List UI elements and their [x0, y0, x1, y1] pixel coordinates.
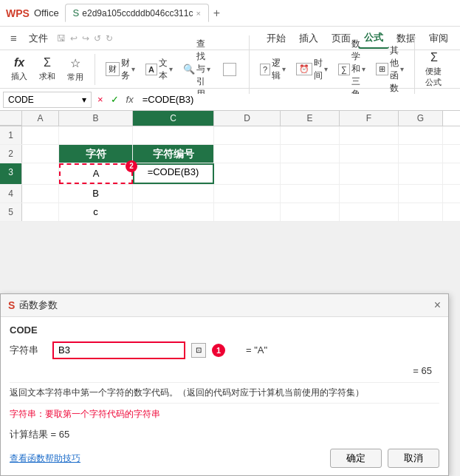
- col-header-c[interactable]: C: [133, 111, 214, 126]
- cell-d5[interactable]: [214, 203, 281, 221]
- dialog-param-input[interactable]: [52, 341, 185, 359]
- cell-f2[interactable]: [340, 145, 399, 163]
- text-icon: A: [145, 64, 157, 75]
- cell-e5[interactable]: [281, 203, 340, 221]
- tab-close-btn[interactable]: ×: [196, 9, 200, 18]
- cell-b1[interactable]: [59, 126, 133, 144]
- row-header-3[interactable]: 3: [0, 163, 22, 184]
- col-header-g[interactable]: G: [399, 111, 443, 126]
- dialog-calc-result: 计算结果 = 65: [10, 428, 439, 441]
- quick-formula-label: 便捷公式: [425, 66, 443, 88]
- row-header-4[interactable]: 4: [0, 185, 22, 203]
- col-header-b[interactable]: B: [59, 111, 133, 126]
- col-header-f[interactable]: F: [340, 111, 399, 126]
- finance-dropdown[interactable]: 财 财务 ▾: [101, 55, 140, 84]
- cell-c1[interactable]: [133, 126, 214, 144]
- cell-a2[interactable]: [22, 145, 59, 163]
- cell-e4[interactable]: [281, 185, 340, 203]
- dialog-cancel-btn[interactable]: 取消: [388, 449, 439, 468]
- more-fn-arrow: ▾: [400, 65, 404, 73]
- insert-fn-label: 插入: [11, 71, 27, 82]
- app-name: Office: [34, 7, 59, 18]
- cell-b5[interactable]: c: [59, 203, 133, 221]
- cell-c2[interactable]: 字符编号: [133, 145, 214, 163]
- formula-input[interactable]: [140, 94, 457, 105]
- menu-icon-redo[interactable]: ↪: [80, 33, 91, 44]
- row-header-1[interactable]: 1: [0, 126, 22, 144]
- name-box[interactable]: CODE ▾: [3, 92, 92, 108]
- menu-review[interactable]: 审阅: [423, 29, 454, 48]
- time-dropdown[interactable]: ⏰ 时间 ▾: [292, 55, 332, 84]
- dialog-help-link[interactable]: 查看函数帮助技巧: [10, 452, 80, 465]
- name-box-arrow: ▾: [82, 95, 86, 105]
- finance-arrow: ▾: [131, 65, 135, 73]
- box-btn[interactable]: [216, 61, 243, 78]
- cell-f3[interactable]: [340, 163, 399, 184]
- col-header-a[interactable]: A: [22, 111, 59, 126]
- cell-g4[interactable]: [399, 185, 443, 203]
- cell-e1[interactable]: [281, 126, 340, 144]
- col-headers: A B C D E F G: [0, 111, 460, 126]
- cell-d2[interactable]: [214, 145, 281, 163]
- col-header-d[interactable]: D: [214, 111, 281, 126]
- col-header-e[interactable]: E: [281, 111, 340, 126]
- active-tab[interactable]: S e2d9a105ccdddb046cc311c ×: [65, 4, 209, 22]
- dialog-buttons: 确定 取消: [330, 449, 439, 468]
- cell-f1[interactable]: [340, 126, 399, 144]
- cell-d4[interactable]: [214, 185, 281, 203]
- cell-c3[interactable]: =CODE(B3): [133, 163, 214, 184]
- time-label: 时间: [314, 57, 323, 82]
- dialog-confirm-btn[interactable]: 确定: [330, 449, 382, 468]
- cell-g2[interactable]: [399, 145, 443, 163]
- menu-icon-undo[interactable]: ↩: [69, 33, 79, 44]
- cell-c4[interactable]: [133, 185, 214, 203]
- logic-dropdown[interactable]: ? 逻辑 ▾: [255, 55, 290, 84]
- row-header-2[interactable]: 2: [0, 145, 22, 163]
- more-fn-dropdown[interactable]: ⊞ 其他函数 ▾: [371, 42, 408, 97]
- common-btn[interactable]: ☆ 常用: [62, 54, 89, 85]
- cell-a3[interactable]: [22, 163, 59, 184]
- cell-c5[interactable]: [133, 203, 214, 221]
- dialog-param-row: 字符串 ⊡ 1 = "A": [10, 341, 439, 359]
- insert-fn-btn[interactable]: fx 插入: [6, 54, 32, 84]
- menu-file[interactable]: 文件: [23, 29, 54, 48]
- cell-g3[interactable]: [399, 163, 443, 184]
- table-row: 2 字符 字符编号: [0, 145, 460, 163]
- box-icon: [223, 63, 236, 76]
- cell-d3[interactable]: [214, 163, 281, 184]
- cell-b2[interactable]: 字符: [59, 145, 133, 163]
- dialog-param-desc-highlight: 字符串：要取第一个字符代码的字符串: [10, 409, 160, 419]
- hamburger-menu[interactable]: ≡: [6, 32, 21, 44]
- cell-f5[interactable]: [340, 203, 399, 221]
- cell-b3[interactable]: A 2: [59, 163, 133, 184]
- math-icon: ∑: [338, 64, 350, 75]
- cell-g5[interactable]: [399, 203, 443, 221]
- math-dropdown[interactable]: ∑ 数学和三角 ▾: [334, 35, 370, 103]
- sum-label: 求和: [39, 71, 55, 82]
- cell-a5[interactable]: [22, 203, 59, 221]
- sigma-icon: Σ: [44, 56, 51, 69]
- cell-a4[interactable]: [22, 185, 59, 203]
- cancel-formula-btn[interactable]: ×: [95, 92, 106, 106]
- cell-g1[interactable]: [399, 126, 443, 144]
- new-tab-btn[interactable]: +: [210, 7, 223, 20]
- cell-e2[interactable]: [281, 145, 340, 163]
- confirm-formula-btn[interactable]: ✓: [108, 92, 122, 106]
- cell-d1[interactable]: [214, 126, 281, 144]
- dialog-close-btn[interactable]: ×: [434, 299, 441, 312]
- refbox-icon[interactable]: ⊡: [191, 343, 206, 358]
- cell-e3[interactable]: [281, 163, 340, 184]
- formula-buttons: × ✓ fx: [95, 92, 137, 106]
- sum-btn[interactable]: Σ 求和: [34, 54, 61, 84]
- cell-b4[interactable]: B: [59, 185, 133, 203]
- text-dropdown[interactable]: A 文本 ▾: [141, 55, 177, 84]
- dialog-func-name: CODE: [10, 324, 439, 336]
- dialog-param-result: = "A": [246, 344, 267, 356]
- row-header-5[interactable]: 5: [0, 203, 22, 221]
- cell-a1[interactable]: [22, 126, 59, 144]
- lookup-dropdown[interactable]: 🔍 查找与引用 ▾: [179, 35, 215, 103]
- cell-f4[interactable]: [340, 185, 399, 203]
- quick-formula-btn[interactable]: Σ 便捷公式: [421, 49, 447, 90]
- lookup-label: 查找与引用: [196, 38, 205, 101]
- menu-icon-save[interactable]: 🖫: [55, 33, 67, 44]
